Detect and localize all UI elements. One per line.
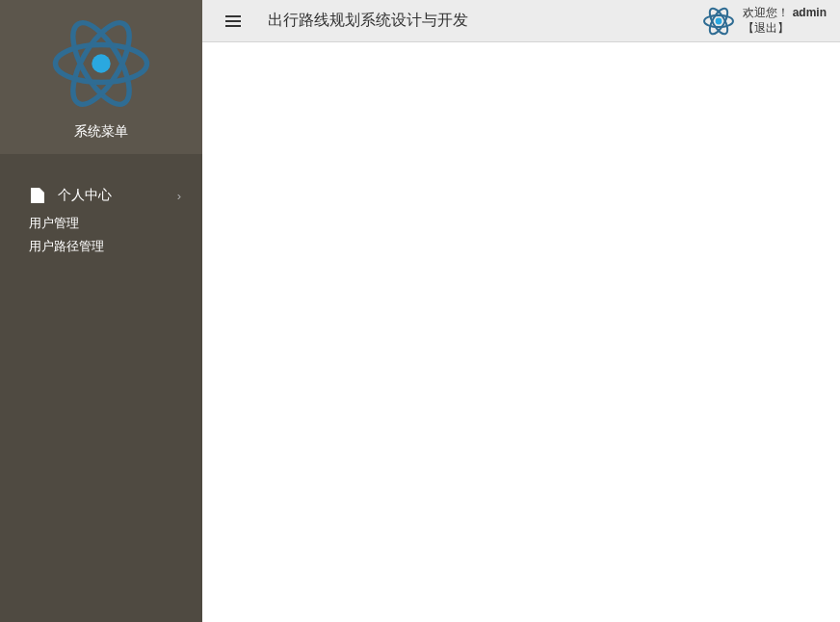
page-title: 出行路线规划系统设计与开发 (268, 11, 468, 31)
svg-point-3 (92, 54, 110, 72)
svg-point-7 (715, 17, 722, 24)
topbar-right: 欢迎您！admin 【退出】 (702, 5, 827, 38)
submenu-label: 用户路径管理 (29, 239, 104, 253)
atom-icon (49, 12, 153, 116)
file-icon (31, 188, 44, 203)
content-area (202, 42, 840, 622)
menu: 个人中心 › 用户管理 用户路径管理 (0, 154, 202, 258)
submenu-label: 用户管理 (29, 216, 79, 230)
welcome-label: 欢迎您！ (743, 6, 789, 19)
atom-icon-small (702, 5, 735, 38)
menu-item-personal[interactable]: 个人中心 › (0, 179, 202, 212)
hamburger-icon[interactable] (225, 15, 241, 27)
sidebar: 系统菜单 个人中心 › 用户管理 用户路径管理 (0, 0, 202, 622)
topbar: 出行路线规划系统设计与开发 欢迎您！admin 【退出】 (202, 0, 840, 42)
welcome-text: 欢迎您！admin (743, 6, 827, 21)
sidebar-header: 系统菜单 (0, 0, 202, 154)
submenu-user-manage[interactable]: 用户管理 (0, 212, 202, 235)
main-area: 出行路线规划系统设计与开发 欢迎您！admin 【退出】 (202, 0, 840, 622)
sidebar-title: 系统菜单 (0, 123, 202, 141)
menu-item-label: 个人中心 (58, 187, 112, 204)
logo (0, 8, 202, 123)
submenu-user-path-manage[interactable]: 用户路径管理 (0, 235, 202, 258)
logout-link[interactable]: 【退出】 (743, 21, 827, 37)
user-block: 欢迎您！admin 【退出】 (743, 6, 827, 36)
username: admin (793, 6, 827, 19)
chevron-right-icon: › (177, 189, 181, 203)
